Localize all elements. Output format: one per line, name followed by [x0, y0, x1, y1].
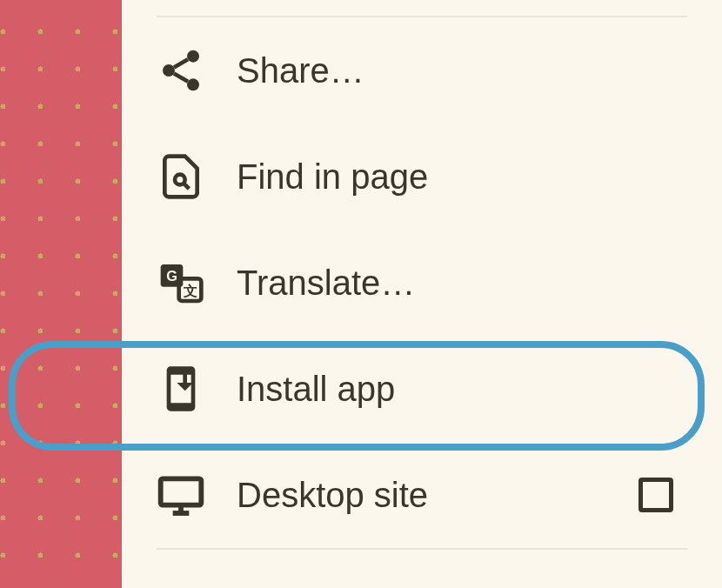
browser-overflow-menu: Share… Find in page G 文 Translate…: [122, 0, 722, 588]
share-icon: [157, 46, 205, 95]
svg-point-0: [187, 50, 199, 63]
menu-item-find-in-page[interactable]: Find in page: [122, 124, 722, 230]
translate-icon: G 文: [157, 258, 205, 307]
menu-item-label: Share…: [237, 51, 722, 90]
desktop-icon: [157, 471, 205, 519]
svg-point-2: [187, 78, 199, 90]
install-app-icon: [157, 364, 205, 413]
find-in-page-icon: [157, 152, 205, 201]
menu-item-install-app[interactable]: Install app: [122, 336, 722, 442]
svg-point-1: [163, 64, 175, 77]
desktop-site-checkbox[interactable]: [638, 478, 673, 512]
menu-item-label: Translate…: [237, 264, 722, 303]
svg-rect-9: [161, 478, 202, 504]
svg-line-4: [184, 184, 189, 189]
menu-item-share[interactable]: Share…: [122, 17, 722, 124]
menu-item-translate[interactable]: G 文 Translate…: [122, 230, 722, 336]
menu-item-label: Find in page: [237, 157, 722, 197]
menu-item-desktop-site[interactable]: Desktop site: [122, 442, 722, 548]
menu-item-label: Desktop site: [237, 476, 638, 515]
menu-divider: [157, 548, 687, 550]
menu-item-label: Install app: [237, 370, 722, 409]
svg-text:G: G: [166, 268, 177, 284]
svg-text:文: 文: [183, 283, 197, 298]
svg-point-3: [175, 175, 185, 185]
